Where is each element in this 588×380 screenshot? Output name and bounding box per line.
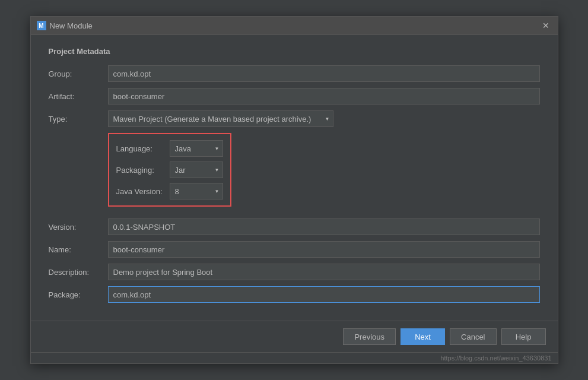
version-input[interactable]	[108, 218, 540, 235]
language-select[interactable]: Java	[170, 140, 223, 157]
type-select[interactable]: Maven Project (Generate a Maven based pr…	[108, 110, 333, 127]
packaging-row: Packaging: Jar	[116, 162, 223, 178]
section-title: Project Metadata	[49, 47, 540, 56]
dialog-body: Project Metadata Group: Artifact: Type: …	[31, 35, 558, 321]
packaging-select-wrapper: Jar	[170, 162, 223, 178]
close-button[interactable]: ✕	[540, 20, 552, 31]
type-label: Type:	[49, 115, 108, 124]
module-icon: M	[37, 21, 46, 30]
status-bar: https://blog.csdn.net/weixin_43630831	[31, 352, 558, 363]
dialog-footer: Previous Next Cancel Help	[31, 321, 558, 352]
type-row: Type: Maven Project (Generate a Maven ba…	[49, 110, 540, 127]
java-version-select[interactable]: 8	[170, 183, 223, 200]
group-label: Group:	[49, 69, 108, 78]
artifact-input[interactable]	[108, 88, 540, 104]
highlighted-section: Language: Java Packaging: Jar	[108, 133, 231, 207]
name-input[interactable]	[108, 241, 540, 258]
title-bar: M New Module ✕	[31, 17, 558, 35]
new-module-dialog: M New Module ✕ Project Metadata Group: A…	[30, 16, 558, 364]
name-row: Name:	[49, 241, 540, 258]
java-version-select-wrapper: 8	[170, 183, 223, 200]
group-input[interactable]	[108, 65, 540, 82]
status-url: https://blog.csdn.net/weixin_43630831	[440, 354, 551, 362]
version-label: Version:	[49, 223, 108, 232]
package-input[interactable]	[108, 286, 540, 303]
cancel-button[interactable]: Cancel	[450, 328, 496, 345]
language-label: Language:	[116, 144, 170, 153]
artifact-row: Artifact:	[49, 88, 540, 104]
packaging-select[interactable]: Jar	[170, 162, 223, 178]
artifact-label: Artifact:	[49, 92, 108, 101]
packaging-label: Packaging:	[116, 166, 170, 175]
dialog-title: New Module	[50, 21, 93, 30]
language-row: Language: Java	[116, 140, 223, 157]
title-bar-left: M New Module	[37, 21, 93, 30]
description-input[interactable]	[108, 264, 540, 280]
package-row: Package:	[49, 286, 540, 303]
language-select-wrapper: Java	[170, 140, 223, 157]
help-button[interactable]: Help	[501, 328, 546, 345]
java-version-label: Java Version:	[116, 187, 170, 196]
description-label: Description:	[49, 268, 108, 277]
package-label: Package:	[49, 290, 108, 299]
group-row: Group:	[49, 65, 540, 82]
name-label: Name:	[49, 245, 108, 254]
type-select-wrapper: Maven Project (Generate a Maven based pr…	[108, 110, 333, 127]
version-row: Version:	[49, 218, 540, 235]
java-version-row: Java Version: 8	[116, 183, 223, 200]
next-button[interactable]: Next	[401, 328, 445, 345]
previous-button[interactable]: Previous	[343, 328, 396, 345]
description-row: Description:	[49, 264, 540, 280]
